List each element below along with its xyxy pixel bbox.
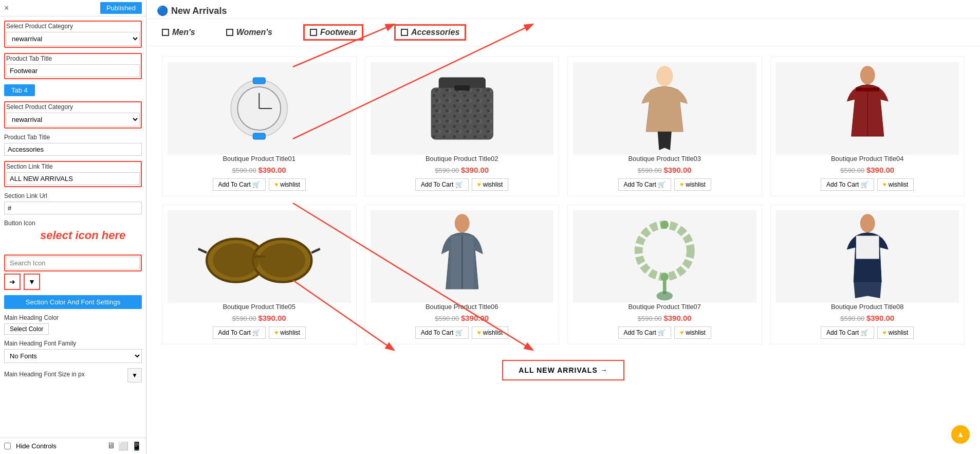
add-to-cart-3[interactable]: Add To Cart 🛒 xyxy=(618,178,672,191)
shop-title: New Arrivals xyxy=(171,6,227,16)
wishlist-6[interactable]: ♥wishlist xyxy=(472,326,509,339)
tab-accessories-checkbox xyxy=(401,29,408,36)
tab3-title-input[interactable] xyxy=(6,64,140,77)
tab-mens[interactable]: Men's xyxy=(162,28,195,37)
mobile-icon[interactable]: 📱 xyxy=(132,441,142,451)
tab-womens[interactable]: Women's xyxy=(226,28,272,37)
right-content: 🔵 New Arrivals Men's Women's Footwear Ac… xyxy=(146,0,980,454)
product-actions-1: Add To Cart 🛒 ♥wishlist xyxy=(168,178,351,191)
product-card-7: Boutique Product Title07 $590.00 $390.00… xyxy=(567,205,762,344)
product-actions-3: Add To Cart 🛒 ♥wishlist xyxy=(573,178,756,191)
button-icon-label: Button Icon xyxy=(4,220,142,227)
desktop-icon[interactable]: 🖥 xyxy=(107,441,115,451)
section-link-url-input[interactable] xyxy=(4,202,142,214)
all-arrivals-button[interactable]: ALL NEW ARRIVALS → xyxy=(502,360,624,380)
add-to-cart-8[interactable]: Add To Cart 🛒 xyxy=(821,326,874,339)
product-title-5: Boutique Product Title05 xyxy=(168,303,351,311)
price-old-7: $590.00 xyxy=(638,315,662,322)
svg-rect-4 xyxy=(253,78,265,84)
product-title-2: Boutique Product Title02 xyxy=(371,155,554,162)
add-to-cart-6[interactable]: Add To Cart 🛒 xyxy=(415,326,469,339)
svg-point-14 xyxy=(656,66,673,86)
tab4-button[interactable]: Tab 4 xyxy=(4,84,35,96)
section-link-title-input[interactable] xyxy=(6,172,140,185)
tab4-title-group: Product Tab Title xyxy=(4,134,142,156)
wishlist-8[interactable]: ♥wishlist xyxy=(877,326,914,339)
product-image-5 xyxy=(168,210,351,303)
tab4-category-group: Select Product Category newarrival xyxy=(4,101,142,129)
wishlist-3[interactable]: ♥wishlist xyxy=(674,178,711,191)
font-family-select[interactable]: No Fonts xyxy=(4,349,142,363)
left-panel: × Published Select Product Category newa… xyxy=(0,0,146,454)
button-icon-wrapper: select icon here xyxy=(4,229,142,255)
hide-controls-checkbox[interactable] xyxy=(4,443,11,449)
product-card-5: Boutique Product Title05 $590.00 $390.00… xyxy=(162,205,357,344)
price-old-6: $590.00 xyxy=(435,315,459,322)
product-image-4 xyxy=(776,62,959,155)
select-color-button[interactable]: Select Color xyxy=(4,323,49,335)
tab-accessories-label: Accessories xyxy=(411,28,459,37)
add-to-cart-7[interactable]: Add To Cart 🛒 xyxy=(618,326,672,339)
wishlist-4[interactable]: ♥wishlist xyxy=(877,178,914,191)
svg-point-25 xyxy=(213,244,259,278)
product-price-3: $590.00 $390.00 xyxy=(573,166,756,174)
tab-accessories[interactable]: Accessories xyxy=(394,24,466,41)
product-image-2 xyxy=(371,62,554,155)
tab3-category-select[interactable]: newarrival xyxy=(6,32,140,46)
main-heading-font-family-group: Main Heading Font Family No Fonts xyxy=(4,340,142,363)
chevron-down-icon-box[interactable]: ▼ xyxy=(24,274,40,290)
tablet-icon[interactable]: ⬜ xyxy=(118,441,128,451)
product-actions-2: Add To Cart 🛒 ♥wishlist xyxy=(371,178,554,191)
product-image-6 xyxy=(371,210,554,303)
product-actions-4: Add To Cart 🛒 ♥wishlist xyxy=(776,178,959,191)
price-new-2: $390.00 xyxy=(461,166,489,174)
tab-womens-checkbox xyxy=(226,29,233,36)
svg-line-24 xyxy=(311,249,320,253)
price-old-3: $590.00 xyxy=(638,167,662,174)
price-new-4: $390.00 xyxy=(866,166,894,174)
main-heading-color-label: Main Heading Color xyxy=(4,314,142,321)
add-to-cart-5[interactable]: Add To Cart 🛒 xyxy=(213,326,266,339)
svg-point-31 xyxy=(660,221,669,229)
tab-mens-checkbox xyxy=(162,29,169,36)
price-old-8: $590.00 xyxy=(840,315,864,322)
tab4-category-select[interactable]: newarrival xyxy=(6,113,140,126)
published-button[interactable]: Published xyxy=(100,2,142,14)
arrow-right-icon-box[interactable]: ➜ xyxy=(4,274,21,290)
panel-content: Select Product Category newarrival Produ… xyxy=(0,16,146,438)
product-card-3: Boutique Product Title03 $590.00 $390.00… xyxy=(567,57,762,196)
product-title-6: Boutique Product Title06 xyxy=(371,303,554,311)
wishlist-7[interactable]: ♥wishlist xyxy=(674,326,711,339)
product-title-1: Boutique Product Title01 xyxy=(168,155,351,162)
wishlist-5[interactable]: ♥wishlist xyxy=(269,326,306,339)
expand-icon[interactable]: ▼ xyxy=(127,368,142,383)
main-heading-color-group: Main Heading Color Select Color xyxy=(4,314,142,335)
add-to-cart-1[interactable]: Add To Cart 🛒 xyxy=(213,178,266,191)
search-icon-input[interactable] xyxy=(6,257,140,269)
section-color-font-button[interactable]: Section Color And Font Settings xyxy=(4,295,142,309)
price-new-5: $390.00 xyxy=(258,314,286,322)
tab4-title-input[interactable] xyxy=(4,143,142,156)
tab-footwear-checkbox xyxy=(310,29,317,36)
wishlist-1[interactable]: ♥wishlist xyxy=(269,178,306,191)
svg-point-35 xyxy=(860,214,875,232)
product-price-1: $590.00 $390.00 xyxy=(168,166,351,174)
product-image-7 xyxy=(573,210,756,303)
tab-mens-label: Men's xyxy=(172,28,195,37)
all-arrivals-row: ALL NEW ARRIVALS → xyxy=(146,355,980,391)
device-icons: 🖥 ⬜ 📱 xyxy=(107,441,142,451)
wishlist-2[interactable]: ♥wishlist xyxy=(472,178,509,191)
product-price-5: $590.00 $390.00 xyxy=(168,314,351,322)
svg-rect-18 xyxy=(856,88,861,90)
close-button[interactable]: × xyxy=(4,4,9,13)
add-to-cart-2[interactable]: Add To Cart 🛒 xyxy=(415,178,469,191)
tab-womens-label: Women's xyxy=(236,28,272,37)
icon-row: ➜ ▼ xyxy=(4,274,142,290)
scroll-top-button[interactable]: ▲ xyxy=(951,425,970,444)
price-old-4: $590.00 xyxy=(840,167,864,174)
svg-point-34 xyxy=(657,292,673,301)
add-to-cart-4[interactable]: Add To Cart 🛒 xyxy=(821,178,874,191)
tab-footwear[interactable]: Footwear xyxy=(303,24,363,41)
product-card-6: Boutique Product Title06 $590.00 $390.00… xyxy=(365,205,560,344)
select-icon-text: select icon here xyxy=(40,229,125,242)
